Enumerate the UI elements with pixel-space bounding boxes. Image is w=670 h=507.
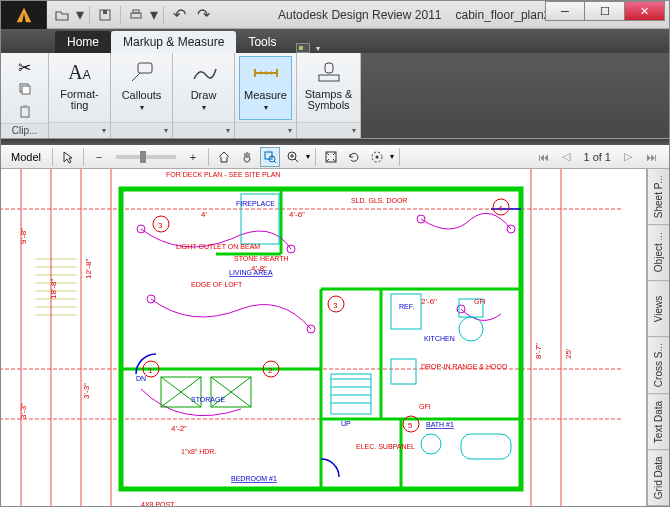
svg-text:8'-7": 8'-7" [534,343,543,359]
app-menu-button[interactable] [1,1,47,29]
fit-icon[interactable] [321,147,341,167]
rotate-icon[interactable] [344,147,364,167]
callout-icon [126,59,158,87]
svg-text:LIGHT OUTLET
ON BEAM: LIGHT OUTLET ON BEAM [176,243,260,250]
measure-icon [250,59,282,87]
page-controls: ⏮ ◁ 1 of 1 ▷ ⏭ [533,147,665,167]
tab-extras[interactable]: ▾ [296,43,320,53]
prev-page-icon[interactable]: ◁ [556,147,576,167]
svg-text:ELEC.
SUBPANEL: ELEC. SUBPANEL [356,443,415,450]
panel-measure: Measure ▾ ▾ [235,53,297,138]
zoom-slider[interactable] [116,155,176,159]
palette-tab-cross[interactable]: Cross S... [648,338,669,394]
svg-rect-8 [138,63,152,73]
zoom-icon[interactable] [283,147,303,167]
redo-icon[interactable]: ↷ [192,5,214,25]
svg-rect-53 [391,294,421,329]
palette-tabs: Sheet P... Object ... Views Cross S... T… [647,169,669,506]
cursor-icon[interactable] [58,147,78,167]
app-title: Autodesk Design Review 2011 [278,8,441,22]
first-page-icon[interactable]: ⏮ [533,147,553,167]
tab-home[interactable]: Home [55,31,111,53]
palette-tab-object[interactable]: Object ... [648,225,669,281]
svg-text:4'-8": 4'-8" [251,264,267,273]
panel-clipboard-title: Clip... [1,123,48,138]
svg-text:2: 2 [268,366,273,375]
print-icon[interactable] [125,5,147,25]
svg-text:FIREPLACE: FIREPLACE [236,200,275,207]
cut-icon[interactable]: ✂ [15,57,35,77]
palette-tab-text[interactable]: Text Data [648,394,669,450]
tab-markup-measure[interactable]: Markup & Measure [111,31,236,53]
view-label: Model [5,151,47,163]
copy-icon[interactable] [15,79,35,99]
orbit-icon[interactable] [367,147,387,167]
svg-text:9'-8": 9'-8" [19,228,28,244]
svg-text:GFI: GFI [474,298,486,305]
draw-button[interactable]: Draw ▾ [177,56,230,120]
svg-text:4': 4' [201,210,207,219]
close-button[interactable]: ✕ [625,1,665,21]
svg-text:DROP-IN
RANGE &
HOOD: DROP-IN RANGE & HOOD [421,363,507,370]
svg-text:FOR DECK
PLAN - SEE
SITE PLAN: FOR DECK PLAN - SEE SITE PLAN [166,171,280,178]
svg-rect-1 [103,10,107,14]
stamp-icon [313,59,345,87]
ribbon-tabs: Home Markup & Measure Tools ▾ [1,29,669,53]
tab-tools[interactable]: Tools [236,31,288,53]
svg-text:1"x8" HDR.: 1"x8" HDR. [181,448,216,455]
open-icon[interactable] [51,5,73,25]
svg-text:3: 3 [158,221,163,230]
panel-stamps: Stamps & Symbols ▾ [297,53,361,138]
chevron-down-icon[interactable]: ▾ [149,5,159,25]
ribbon: ✂ Clip... AA Format- ting ▾ Callouts ▾ ▾ [1,53,669,139]
save-icon[interactable] [94,5,116,25]
svg-text:3: 3 [333,301,338,310]
stamps-button[interactable]: Stamps & Symbols [301,56,356,120]
drawing-canvas[interactable]: FOR DECK PLAN - SEE SITE PLAN FIREPLACE … [1,169,647,506]
svg-text:25': 25' [564,348,573,359]
last-page-icon[interactable]: ⏭ [641,147,661,167]
view-toolbar: Model − + ▾ ▾ ⏮ ◁ 1 of 1 ▷ ⏭ [1,145,669,169]
zoom-in-icon[interactable]: + [183,147,203,167]
font-icon: AA [64,59,96,87]
svg-text:4'-6": 4'-6" [289,210,305,219]
svg-rect-2 [131,13,141,18]
palette-tab-grid[interactable]: Grid Data [648,450,669,506]
svg-rect-17 [265,152,272,159]
panel-callouts: Callouts ▾ ▾ [111,53,173,138]
maximize-button[interactable]: ☐ [585,1,625,21]
svg-rect-16 [319,75,339,81]
home-icon[interactable] [214,147,234,167]
svg-line-19 [274,161,276,163]
next-page-icon[interactable]: ▷ [618,147,638,167]
svg-point-26 [375,155,378,158]
svg-text:1: 1 [148,366,153,375]
svg-point-55 [459,317,483,341]
svg-text:BEDROOM #1: BEDROOM #1 [231,475,277,482]
zoom-out-icon[interactable]: − [89,147,109,167]
callouts-button[interactable]: Callouts ▾ [115,56,168,120]
palette-tab-views[interactable]: Views [648,281,669,337]
svg-text:4'-2": 4'-2" [171,424,187,433]
chevron-down-icon[interactable]: ▾ [75,5,85,25]
svg-text:DN: DN [136,375,146,382]
work-area: FOR DECK PLAN - SEE SITE PLAN FIREPLACE … [1,169,669,506]
svg-rect-7 [23,105,27,108]
panel-clipboard: ✂ Clip... [1,53,49,138]
measure-button[interactable]: Measure ▾ [239,56,292,120]
zoom-window-icon[interactable] [260,147,280,167]
svg-text:GFI: GFI [419,403,431,410]
title-bar: ▾ ▾ ↶ ↷ Autodesk Design Review 2011 cabi… [1,1,669,29]
palette-tab-sheet[interactable]: Sheet P... [648,169,669,225]
pan-icon[interactable] [237,147,257,167]
draw-icon [188,59,220,87]
svg-text:SLD. GLS. DOOR: SLD. GLS. DOOR [351,197,407,204]
svg-rect-15 [325,63,333,73]
svg-text:STORAGE: STORAGE [191,396,225,403]
svg-text:3'-3": 3'-3" [19,403,28,419]
svg-text:18'-8": 18'-8" [49,278,58,299]
paste-icon[interactable] [15,101,35,121]
undo-icon[interactable]: ↶ [168,5,190,25]
formatting-button[interactable]: AA Format- ting [53,56,106,120]
minimize-button[interactable]: ─ [545,1,585,21]
